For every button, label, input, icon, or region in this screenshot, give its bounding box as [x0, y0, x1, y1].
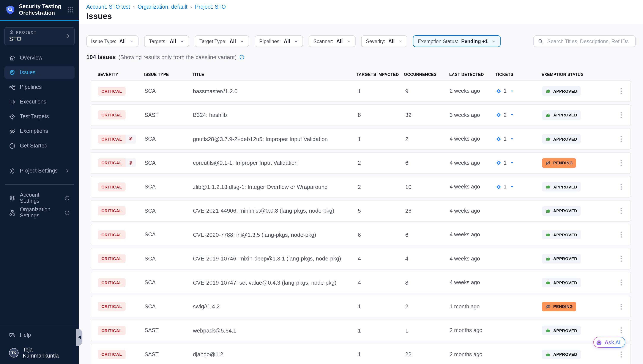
sidebar-item-test-targets[interactable]: Test Targets	[4, 110, 75, 123]
breadcrumb-link[interactable]: Account: STO test	[86, 4, 130, 10]
chevron-down-icon	[130, 39, 134, 43]
caret-down-icon	[510, 185, 514, 189]
chevron-down-icon	[399, 39, 403, 43]
row-menu-kebab-icon[interactable]	[619, 182, 623, 192]
sidebar-nav-secondary: Project Settings	[0, 164, 79, 177]
issues-count: 104 Issues	[86, 54, 116, 60]
issue-row[interactable]: CRITICALSCACVE-2021-44906: minimist@0.0.…	[91, 200, 631, 222]
issue-row[interactable]: CRITICALSASTwebpack@5.64.1112 months ago…	[91, 320, 631, 341]
ticket-link[interactable]: 1	[496, 184, 542, 190]
issue-type: SCA	[145, 160, 193, 166]
filter-pipelines[interactable]: Pipelines:All	[254, 35, 303, 47]
sidebar-footer: Help TK Teja Kummarikuntla	[0, 325, 79, 364]
breadcrumb-link[interactable]: Organization: default	[138, 4, 188, 10]
row-menu-kebab-icon[interactable]	[619, 254, 623, 263]
filter-severity[interactable]: Severity:All	[361, 35, 408, 47]
sidebar-item-executions[interactable]: Executions	[4, 95, 75, 108]
search-input[interactable]	[546, 38, 631, 45]
occurrences: 26	[404, 208, 450, 214]
issue-row[interactable]: CRITICALSCAbassmaster//1.2.0192 weeks ag…	[91, 80, 631, 102]
issue-row[interactable]: CRITICALSASTdjango@1.21222 months agoAPP…	[91, 344, 631, 364]
issue-row[interactable]: CRITICALSCAgnutls28@3.7.9-2+deb12u5: Imp…	[91, 128, 631, 150]
user-menu[interactable]: TK Teja Kummarikuntla	[4, 347, 75, 359]
row-menu-kebab-icon[interactable]	[619, 134, 623, 144]
filter-issue-type[interactable]: Issue Type:All	[86, 35, 139, 47]
severity-badge: CRITICAL	[98, 110, 125, 120]
filter-value: All	[336, 38, 343, 44]
issue-row[interactable]: CRITICALSCACVE-2019-10746: mixin-deep@1.…	[91, 248, 631, 269]
row-menu-kebab-icon[interactable]	[619, 110, 623, 120]
filter-targets[interactable]: Targets:All	[144, 35, 189, 47]
sidebar-item-pipelines[interactable]: Pipelines	[4, 81, 75, 94]
ticket-link[interactable]: 1	[496, 160, 542, 166]
issue-row[interactable]: CRITICALSASTB324: hashlib8323 weeks ago2…	[91, 104, 631, 126]
sidebar-item-account-settings[interactable]: Account Settings	[4, 192, 75, 204]
row-menu-kebab-icon[interactable]	[619, 302, 623, 311]
exemption-status-badge: APPROVED	[542, 110, 581, 120]
ticket-link[interactable]: 1	[496, 88, 542, 94]
sidebar-collapse-handle[interactable]	[76, 329, 83, 346]
issue-row[interactable]: CRITICALSCAswig//1.4.2121 month agoPENDI…	[91, 296, 631, 317]
sidebar-item-label: Executions	[20, 99, 46, 105]
issue-row[interactable]: CRITICALSCACVE-2020-7788: ini@1.3.5 (lan…	[91, 224, 631, 246]
project-selector[interactable]: PROJECT STO	[4, 27, 75, 45]
sidebar-item-label: Pipelines	[20, 84, 42, 90]
module-grid-icon[interactable]	[67, 6, 74, 13]
column-header-issue-type: ISSUE TYPE	[144, 72, 193, 77]
sidebar-item-help[interactable]: Help	[4, 329, 75, 342]
help-chat-icon	[9, 332, 16, 338]
sidebar-item-get-started[interactable]: Get Started	[4, 139, 75, 152]
breadcrumb-link[interactable]: Project: STO	[195, 4, 226, 10]
occurrences: 2	[404, 303, 450, 310]
row-menu-kebab-icon[interactable]	[619, 86, 623, 96]
info-icon[interactable]	[64, 195, 70, 201]
exemption-status-label: PENDING	[553, 304, 573, 309]
sidebar-item-organization-settings[interactable]: Organization Settings	[4, 206, 75, 219]
filter-scanner[interactable]: Scanner:All	[309, 35, 356, 47]
row-menu-kebab-icon[interactable]	[619, 350, 623, 359]
sidebar-item-overview[interactable]: Overview	[4, 51, 75, 64]
issue-row[interactable]: CRITICALSCAcoreutils@9.1-1: Improper Inp…	[91, 152, 631, 174]
issue-type: SAST	[145, 327, 193, 334]
occurrences: 22	[404, 351, 450, 358]
last-detected: 4 weeks ago	[450, 208, 496, 214]
issue-title: bassmaster//1.2.0	[193, 88, 357, 94]
last-detected: 4 weeks ago	[450, 136, 496, 142]
eye-off-icon	[545, 160, 551, 166]
filter-bar: Issue Type:AllTargets:AllTarget Type:All…	[86, 35, 636, 47]
exemption-status-label: APPROVED	[553, 328, 577, 333]
row-menu-kebab-icon[interactable]	[619, 230, 623, 239]
row-menu-kebab-icon[interactable]	[619, 326, 623, 335]
sidebar-item-issues[interactable]: Issues	[4, 66, 75, 79]
targets-impacted: 1	[357, 351, 404, 358]
filter-exemption-status[interactable]: Exemption Status:Pending +1	[413, 35, 501, 47]
issue-title: zlib@1:1.2.13.dfsg-1: Integer Overflow o…	[193, 184, 357, 190]
targets-impacted: 5	[357, 208, 404, 214]
jira-ticket-icon	[496, 136, 501, 142]
issue-type: SCA	[145, 184, 193, 190]
project-label: PROJECT	[16, 30, 37, 34]
ask-ai-button[interactable]: Ask AI	[593, 337, 625, 348]
info-icon[interactable]	[64, 210, 70, 216]
issue-row[interactable]: CRITICALSCACVE-2019-10747: set-value@0.4…	[91, 272, 631, 293]
row-menu-kebab-icon[interactable]	[619, 206, 623, 216]
occurrences: 9	[404, 88, 450, 94]
get-started-icon	[9, 142, 16, 149]
sidebar-item-project-settings[interactable]: Project Settings	[4, 164, 75, 177]
severity-label: CRITICAL	[98, 134, 125, 144]
home-icon	[9, 54, 16, 61]
severity-badge: CRITICAL	[98, 230, 125, 239]
row-menu-kebab-icon[interactable]	[619, 158, 623, 168]
row-menu-kebab-icon[interactable]	[619, 278, 623, 287]
main-content: Account: STO test›Organization: default›…	[79, 0, 643, 364]
sidebar-item-label: Project Settings	[20, 168, 58, 174]
info-icon[interactable]	[239, 54, 245, 60]
ticket-count: 1	[504, 184, 507, 190]
issue-row[interactable]: CRITICALSCAzlib@1:1.2.13.dfsg-1: Integer…	[91, 176, 631, 198]
jira-ticket-icon	[496, 88, 501, 94]
ticket-link[interactable]: 2	[496, 112, 542, 118]
sidebar-item-exemptions[interactable]: Exemptions	[4, 125, 75, 138]
filter-target-type[interactable]: Target Type:All	[195, 35, 249, 47]
last-detected: 4 weeks ago	[450, 256, 496, 262]
ticket-link[interactable]: 1	[496, 136, 542, 142]
